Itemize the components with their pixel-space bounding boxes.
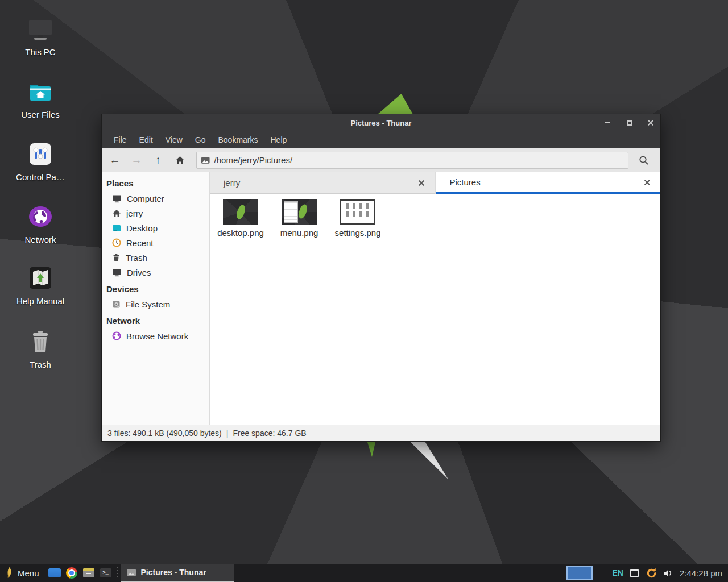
file-name: desktop.png [213,228,268,238]
menu-button[interactable]: Menu [0,564,46,582]
menu-go[interactable]: Go [189,131,212,148]
window-title: Pictures - Thunar [102,119,660,127]
sidebar-item-label: Trash [126,253,147,263]
image-thumbnail [223,199,258,225]
sidebar-item-file-system[interactable]: File System [102,297,209,311]
desktop-icon-help-manual[interactable]: Help Manual [9,264,72,306]
desktop-icon-label: Trash [9,360,72,369]
status-bar: 3 files: 490.1 kB (490,050 bytes) | Free… [102,425,660,441]
menu-bookmarks[interactable]: Bookmarks [212,131,264,148]
desktop-icon-network[interactable]: Network [9,202,72,244]
desktop-icon-label: Help Manual [9,296,72,306]
computer-icon [112,194,122,203]
home-button[interactable] [169,151,191,170]
file-item-desktop-png[interactable]: desktop.png [213,199,268,238]
file-name: menu.png [272,228,326,238]
status-free-space: Free space: 46.7 GB [233,429,306,438]
sidebar-item-label: Browse Network [126,331,188,341]
desktop-icon-control-panel[interactable]: Control Pa… [9,140,72,182]
volume-icon[interactable] [664,569,673,577]
wallpaper-logo-white-quill [409,442,450,481]
clock[interactable]: 2:44:28 pm [680,568,722,578]
launcher-terminal[interactable]: >_ [97,564,114,582]
tab-close-icon[interactable] [642,177,652,188]
trash-icon [112,253,121,262]
workspace-switcher[interactable] [566,566,593,580]
sidebar-item-browse-network[interactable]: Browse Network [102,329,209,343]
task-button-pictures-thunar[interactable]: Pictures - Thunar [121,564,234,582]
maximize-button[interactable] [625,119,633,127]
launcher-chrome[interactable] [63,564,80,582]
desktop-icon [112,224,121,232]
wallpaper-logo-green-triangle [378,94,413,114]
sidebar: Places Computer jerry Desktop Recent [102,172,210,425]
desktop-icon-this-pc[interactable]: This PC [9,15,72,57]
feather-menu-icon [5,567,13,579]
tab-close-icon[interactable] [416,178,427,188]
sidebar-item-label: Computer [127,194,164,203]
system-tray: EN 2:44:28 pm [612,567,728,579]
display-tray-icon[interactable] [630,569,639,577]
file-pane[interactable]: desktop.png menu.png settings.png [210,194,660,425]
forward-button[interactable]: → [126,151,147,170]
trash-can-icon [9,327,72,356]
toolbar: ← → ↑ [102,148,660,172]
sidebar-item-label: jerry [126,209,143,218]
computer-icon [9,15,72,43]
close-button[interactable] [647,119,655,127]
sidebar-item-desktop[interactable]: Desktop [102,221,209,235]
wallpaper-logo-green-stem [367,442,378,457]
menu-help[interactable]: Help [264,131,293,148]
desktop-icon-label: Network [9,235,72,244]
task-button-label: Pictures - Thunar [141,568,206,577]
status-separator: | [226,429,229,438]
menu-view[interactable]: View [159,131,189,148]
sidebar-heading-places: Places [102,176,209,191]
home-icon [175,156,185,165]
path-input[interactable] [214,155,623,165]
path-bar[interactable] [196,152,628,169]
taskbar: Menu >_ Pictures - Thunar EN 2:44:28 pm [0,564,728,582]
sidebar-item-recent[interactable]: Recent [102,235,209,250]
menu-edit[interactable]: Edit [133,131,159,148]
browse-network-icon [112,331,121,340]
desktop-icon-label: User Files [9,110,72,119]
search-icon [638,155,650,166]
sidebar-item-jerry[interactable]: jerry [102,206,209,221]
minimize-button[interactable] [603,119,611,127]
launcher-blue-window[interactable] [46,564,63,582]
tab-jerry[interactable]: jerry [210,172,435,194]
desktop-icon-user-files[interactable]: User Files [9,77,72,119]
tab-pictures[interactable]: Pictures [436,172,661,194]
desktop-icon-trash[interactable]: Trash [9,327,72,369]
file-item-menu-png[interactable]: menu.png [272,199,326,238]
sidebar-item-label: Drives [127,268,151,277]
keyboard-layout-indicator[interactable]: EN [612,568,623,577]
help-manual-icon [9,264,72,292]
sidebar-item-label: Recent [126,238,154,248]
home-folder-icon [9,77,72,106]
window-titlebar[interactable]: Pictures - Thunar [102,114,660,131]
desktop-icon-label: Control Pa… [9,172,72,182]
control-panel-icon [9,140,72,168]
launcher-file-cabinet[interactable] [80,564,97,582]
image-file-icon [127,569,136,576]
search-button[interactable] [632,151,656,170]
sidebar-item-trash[interactable]: Trash [102,250,209,265]
sidebar-item-drives[interactable]: Drives [102,265,209,280]
menu-file[interactable]: File [107,131,133,148]
update-refresh-icon[interactable] [646,567,657,579]
sidebar-item-computer[interactable]: Computer [102,191,209,206]
image-thumbnail [340,199,375,225]
sidebar-heading-devices: Devices [102,282,209,297]
thunar-window: Pictures - Thunar File Edit View Go Book… [101,114,661,442]
file-item-settings-png[interactable]: settings.png [330,199,385,238]
back-button[interactable]: ← [104,151,126,170]
network-globe-icon [9,202,72,231]
file-system-icon [112,300,121,309]
desktop-icon-label: This PC [9,47,72,57]
sidebar-item-label: File System [126,300,170,309]
chrome-icon [66,567,77,579]
tab-label: jerry [224,178,416,188]
up-button[interactable]: ↑ [147,151,169,170]
